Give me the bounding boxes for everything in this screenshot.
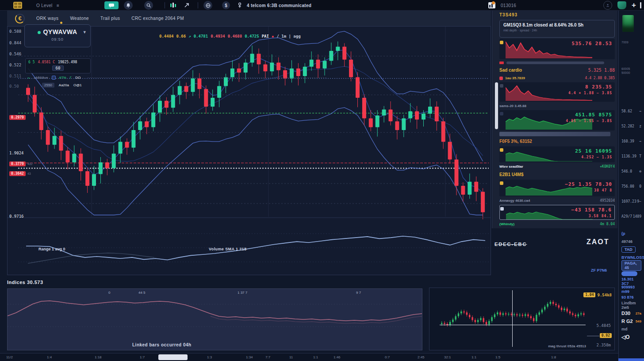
stats-widget-icon[interactable] bbox=[488, 0, 495, 11]
menu-item-2[interactable]: Trail plus bbox=[100, 16, 120, 21]
order-link-lindbm-2w5[interactable]: Lindbm 2w5 bbox=[621, 301, 641, 309]
row-label: E2B1 U4M$ bbox=[499, 172, 523, 177]
time-tick: 11 bbox=[289, 355, 293, 359]
time-tick: 7:7 bbox=[265, 355, 270, 359]
app-logo-icon[interactable] bbox=[13, 0, 22, 11]
menu-item-0[interactable]: ORK ways bbox=[36, 16, 58, 21]
menu-item-1[interactable]: Weatone bbox=[70, 16, 89, 21]
watchlist-spark-row[interactable]: 535.76 28.53 bbox=[499, 39, 615, 59]
price-axis-label: 0.844 bbox=[9, 41, 21, 45]
watchlist-group-divider[interactable] bbox=[499, 132, 610, 136]
watchlist-spark-row[interactable]: −43 158 78.63.58 84.1 bbox=[499, 205, 615, 220]
ladder-price[interactable]: A29/71489 bbox=[621, 215, 641, 230]
shield-icon[interactable] bbox=[617, 0, 626, 11]
ladder-price[interactable]: 58.62→ bbox=[621, 109, 641, 124]
float-label-blue: ZF P7N6 bbox=[591, 268, 607, 273]
price-sub: 4.4 × 1.88 − 3.85 bbox=[568, 91, 612, 95]
watchlist-label-row[interactable]: Sad cardio5.325 1.88 bbox=[499, 66, 615, 74]
watchlist-spark-row[interactable]: 8 235.354.4 × 1.88 − 3.85 bbox=[499, 82, 615, 102]
column-accent-bar bbox=[618, 358, 644, 361]
card-line: GM15Q3 8.1m closed at 8.64% 26.0 Sh bbox=[503, 23, 611, 27]
mini-chart-panel[interactable]: 1.04 9.54k8 5.4845 0.92 2.358m mag thrus… bbox=[429, 288, 615, 350]
order-link--o[interactable]: ◁O bbox=[621, 333, 641, 341]
ladder-price[interactable]: 160.39→ bbox=[621, 139, 641, 154]
breadth-chart-panel[interactable]: 044 51 37 79 7 Linked bars occurred 04h bbox=[7, 288, 422, 350]
menu-item-3[interactable]: CRC exchange 2064 PM bbox=[131, 16, 184, 21]
row-label: Sad cardio bbox=[499, 68, 522, 73]
currency-button[interactable]: $ bbox=[222, 0, 230, 11]
row-icon bbox=[500, 84, 503, 88]
broker-logo[interactable]: € bbox=[15, 14, 25, 23]
ladder-price[interactable]: 1136.39T bbox=[621, 154, 641, 169]
row-label: Annavgy 4630.ca4 bbox=[499, 199, 530, 203]
ohlc-part: ↗ bbox=[188, 34, 191, 38]
order-link-49746[interactable]: 49746 bbox=[621, 238, 641, 246]
ohlc-part: 0.4781 bbox=[194, 34, 208, 38]
legend-part: DO bbox=[75, 76, 80, 80]
watchlist-label-row[interactable]: E2B1 U4M$ bbox=[499, 171, 615, 178]
ladder-price[interactable]: 1697.239− bbox=[621, 200, 641, 215]
order-link--p[interactable]: (p bbox=[621, 230, 641, 238]
time-tick: 0:7 bbox=[385, 355, 390, 359]
preview-thumbnail[interactable] bbox=[622, 15, 634, 32]
boxed-link[interactable]: TAD bbox=[621, 246, 636, 253]
pill-indicator[interactable] bbox=[621, 271, 637, 276]
order-link-r-g2[interactable]: R G2549 bbox=[621, 317, 641, 325]
breadth-line-chart[interactable] bbox=[8, 289, 422, 350]
share-icon[interactable] bbox=[184, 0, 190, 11]
time-tick: 11/2 bbox=[6, 355, 13, 359]
spark-prices: −43 158 78.63.58 84.1 bbox=[571, 207, 612, 218]
order-link-paga-45[interactable]: PAGA, 45 bbox=[621, 261, 641, 269]
notifications-button[interactable] bbox=[124, 0, 133, 11]
watchlist-summary-card[interactable]: GM15Q3 8.1m closed at 8.64% 26.0 Shmkt d… bbox=[499, 20, 615, 38]
row-value: 5.325 1.88 bbox=[588, 68, 615, 73]
mini-price-label-4: 2.358m bbox=[596, 343, 611, 347]
order-link-93-876[interactable]: 93 876 bbox=[621, 293, 641, 301]
watchlist-scrollbar[interactable] bbox=[495, 82, 498, 129]
chat-button[interactable] bbox=[104, 0, 119, 11]
profile-button[interactable] bbox=[603, 0, 612, 11]
add-panel-button[interactable]: + bbox=[632, 0, 636, 11]
ohlc-part: 0.4688 bbox=[228, 34, 242, 38]
legend-part: uMWAve bbox=[34, 76, 48, 80]
watchlist-spark-row[interactable]: 25 16 160954.252 − 1.35 bbox=[499, 146, 615, 162]
card-subline: mkt depth · spread · 24h bbox=[503, 29, 611, 32]
chevron-down-icon[interactable]: ▾ bbox=[83, 29, 86, 35]
ladder-price[interactable]: 546.0⊕ bbox=[621, 169, 641, 184]
search-button[interactable] bbox=[144, 0, 153, 11]
order-link-909993-m99[interactable]: 909993 m99 bbox=[621, 285, 641, 293]
mini-price-label-3: 0.92 bbox=[600, 333, 612, 338]
order-link-d30[interactable]: D3027a bbox=[621, 309, 641, 317]
timeline-scrollbar-thumb[interactable] bbox=[158, 354, 188, 360]
watchlist-spark-row[interactable]: 451.85 85754.85 − 1.55 − 3.85 bbox=[499, 110, 615, 131]
breadth-tick: 44 5 bbox=[138, 291, 146, 295]
breadth-tick: 0 bbox=[108, 291, 110, 295]
stats-chip[interactable]: 60 bbox=[52, 65, 64, 71]
order-link-md[interactable]: md bbox=[621, 325, 641, 333]
legend-checkbox[interactable] bbox=[52, 76, 56, 80]
menu-icon[interactable]: ≡ bbox=[57, 0, 59, 11]
person-pin-icon[interactable] bbox=[237, 0, 242, 11]
price-tag-red: 0.3779432 bbox=[9, 161, 33, 166]
crosshair-vertical bbox=[512, 290, 513, 347]
boxed-link[interactable]: PAGA, 45 bbox=[621, 260, 641, 271]
order-link-16-301-3c7[interactable]: 16.301 3C7 bbox=[621, 277, 641, 285]
watchlist-label-row[interactable]: Annavgy 4630.ca44952034 bbox=[499, 198, 615, 204]
ladder-price[interactable]: 52.282z bbox=[621, 124, 641, 139]
watchlist-label-row[interactable]: sams-20 3.45.88 bbox=[499, 103, 615, 109]
globe-button[interactable] bbox=[203, 0, 212, 11]
watchlist-label-row[interactable]: 1au 35.78394.4 2.88 0.385 bbox=[499, 75, 615, 81]
watchlist-label-row[interactable]: (Whindy)4m 8.04 bbox=[499, 221, 615, 227]
mini-candlestick-chart[interactable] bbox=[429, 288, 614, 350]
symbol-selector[interactable]: QYWAVWA ▾ 09:50 bbox=[24, 24, 91, 47]
watchlist-spark-row[interactable]: −25 1.35 78.3038 47 8 bbox=[499, 180, 615, 196]
chart-type-icon[interactable] bbox=[169, 0, 177, 11]
order-link-tad[interactable]: TAD bbox=[621, 246, 641, 253]
order-links: (p49746TADBYWNLOSSPAGA, 4516.301 3C79099… bbox=[621, 230, 641, 341]
watchlist-label-row[interactable]: Wtev sead5lar+K0K0Y4 bbox=[499, 164, 615, 169]
legend-chip[interactable]: 2550 bbox=[42, 83, 54, 88]
ladder-price[interactable]: 756.000 bbox=[621, 184, 641, 200]
time-axis: 11/21:41:181:71:31:347:7111:11:460:72:45… bbox=[0, 353, 618, 361]
spark-prices: 451.85 85754.85 − 1.55 − 3.85 bbox=[566, 112, 612, 123]
watchlist-label-row[interactable]: F0F5 3%, 63152 bbox=[499, 138, 615, 145]
